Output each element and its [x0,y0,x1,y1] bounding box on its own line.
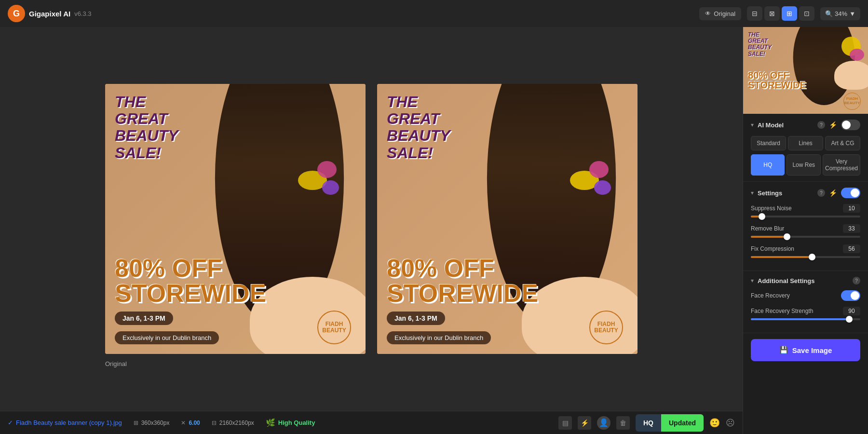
ai-model-help-icon[interactable]: ? [817,121,825,129]
fix-compression-thumb[interactable] [809,254,815,260]
view-grid-button[interactable]: ⊡ [799,6,814,21]
ai-model-chevron[interactable]: ▾ [751,122,754,128]
face-recovery-toggle-knob [851,291,859,300]
original-image-container: THEGREATBEAUTYSALE! 80% OFFSTOREWIDE Jan… [105,84,366,354]
view-single-button[interactable]: ⊟ [747,6,762,21]
settings-title: Settings [758,190,814,197]
happy-feedback-button[interactable]: 🙂 [709,418,720,428]
save-icon: 💾 [779,346,788,354]
source-size-status: ⊞ 360x360px [134,420,170,426]
remove-blur-thumb[interactable] [784,233,790,240]
status-right-controls: ▤ ⚡ 👤 🗑 HQ Updated 🙂 ☹ [558,414,735,432]
face-recovery-strength-label: Face Recovery Strength [751,308,813,314]
topbar-controls: 👁 Original ⊟ ⊠ ⊞ ⊡ 🔍 34% ▼ [699,6,860,21]
topbar: G Gigapixel AI v6.3.3 👁 Original ⊟ ⊠ ⊞ ⊡… [0,0,868,27]
face-recovery-strength-thumb[interactable] [846,316,853,323]
model-tab-art-cg[interactable]: Art & CG [825,136,860,150]
original-banner: THEGREATBEAUTYSALE! 80% OFFSTOREWIDE Jan… [105,84,366,354]
settings-section: ▾ Settings ? ⚡ Suppress Noise 10 [743,182,868,271]
additional-settings-section: ▾ Additional Settings ? Face Recovery Fa… [743,271,868,333]
hq-label: HQ [636,414,661,432]
settings-toggle[interactable] [841,188,860,198]
banner-discount: 80% OFFSTOREWIDE [115,256,266,306]
settings-toggle-knob [851,189,859,197]
right-panel: THEGREATBEAUTYSALE! 80% OFFSTOREWIDE FIA… [743,27,868,434]
remove-blur-label: Remove Blur [751,225,784,232]
ai-model-title: AI Model [758,122,814,129]
banner-headline: THEGREATBEAUTYSALE! [115,94,178,162]
quality-tab-very-compressed[interactable]: Very Compressed [823,154,860,176]
settings-header: ▾ Settings ? ⚡ [751,188,860,198]
layers-button[interactable]: ▤ [558,416,572,430]
ai-model-header: ▾ AI Model ? ⚡ [751,120,860,130]
settings-chevron[interactable]: ▾ [751,190,754,196]
fix-compression-value: 56 [843,244,860,253]
original-toggle-button[interactable]: 👁 Original [699,7,741,20]
suppress-noise-value: 10 [843,204,860,213]
updated-label: Updated [661,414,704,432]
model-tab-lines[interactable]: Lines [788,136,823,150]
quality-badge: 🌿 High Quality [266,418,315,427]
original-label: Original [105,360,127,367]
face-recovery-label: Face Recovery [751,292,790,299]
ai-model-toggle[interactable] [841,120,860,130]
adjust-button[interactable]: ⚡ [578,416,591,430]
suppress-noise-label: Suppress Noise [751,205,792,212]
sad-feedback-button[interactable]: ☹ [726,418,735,428]
fix-compression-label: Fix Compression [751,245,794,252]
settings-help-icon[interactable]: ? [817,189,825,197]
app-version: v6.3.3 [74,10,91,17]
face-recovery-strength-fill [751,318,849,320]
quality-tabs: HQ Low Res Very Compressed [751,154,860,176]
main-content: THEGREATBEAUTYSALE! 80% OFFSTOREWIDE Jan… [0,27,868,434]
face-recovery-row: Face Recovery [751,290,860,301]
additional-settings-header: ▾ Additional Settings ? [751,277,860,285]
suppress-noise-track[interactable] [751,216,860,217]
quality-tab-lowres[interactable]: Low Res [787,154,820,176]
hq-updated-button[interactable]: HQ Updated [636,414,704,432]
view-side-by-side-button[interactable]: ⊞ [782,6,797,21]
app-branding: G Gigapixel AI v6.3.3 [8,5,92,22]
filename-status: ✓ Fiadh Beauty sale banner (copy 1).jpg [8,419,122,426]
canvas-area: THEGREATBEAUTYSALE! 80% OFFSTOREWIDE Jan… [0,27,743,434]
remove-blur-track[interactable] [751,236,860,238]
ai-model-section: ▾ AI Model ? ⚡ Standard Lines Art & CG H… [743,114,868,182]
additional-settings-chevron[interactable]: ▾ [751,277,754,284]
banner-brand: FIADHBEAUTY [317,311,351,344]
suppress-noise-slider: Suppress Noise 10 [751,204,860,217]
app-logo: G [8,5,25,22]
banner-date: Jan 6, 1-3 PM [115,312,173,325]
fix-compression-slider: Fix Compression 56 [751,244,860,258]
additional-settings-help-icon[interactable]: ? [853,277,860,285]
fix-compression-track[interactable] [751,256,860,258]
scale-status: ✕ 6.00 [181,420,200,426]
face-recovery-strength-track[interactable] [751,318,860,320]
face-recovery-toggle[interactable] [841,290,860,301]
view-split-button[interactable]: ⊠ [764,6,780,21]
view-mode-buttons: ⊟ ⊠ ⊞ ⊡ [747,6,814,21]
additional-settings-title: Additional Settings [758,277,849,285]
face-recovery-strength-slider: Face Recovery Strength 90 [751,307,860,320]
enhanced-image-container: THEGREATBEAUTYSALE! 80% OFFSTOREWIDE Jan… [377,84,637,354]
save-image-button[interactable]: 💾 Save Image [751,339,860,361]
quality-tab-hq[interactable]: HQ [751,154,785,176]
banner-exclusive: Exclusively in our Dublin branch [115,331,219,344]
save-button-label: Save Image [792,346,832,354]
remove-blur-value: 33 [843,224,860,233]
canvas-images: THEGREATBEAUTYSALE! 80% OFFSTOREWIDE Jan… [0,27,743,411]
user-avatar[interactable]: 👤 [597,416,610,430]
model-tab-standard[interactable]: Standard [751,136,786,150]
remove-blur-fill [751,236,787,238]
fix-compression-fill [751,256,812,258]
settings-lightning-icon: ⚡ [829,189,837,197]
status-bar: ✓ Fiadh Beauty sale banner (copy 1).jpg … [0,411,743,434]
output-size-status: ⊟ 2160x2160px [212,420,254,426]
face-recovery-strength-value: 90 [843,307,860,315]
zoom-control[interactable]: 🔍 34% ▼ [820,7,860,20]
suppress-noise-thumb[interactable] [759,213,765,220]
delete-button[interactable]: 🗑 [616,416,630,430]
model-type-tabs: Standard Lines Art & CG [751,136,860,150]
app-name: Gigapixel AI [29,10,70,18]
enhanced-image: THEGREATBEAUTYSALE! 80% OFFSTOREWIDE Jan… [377,84,637,354]
enhanced-banner: THEGREATBEAUTYSALE! 80% OFFSTOREWIDE Jan… [377,84,637,354]
